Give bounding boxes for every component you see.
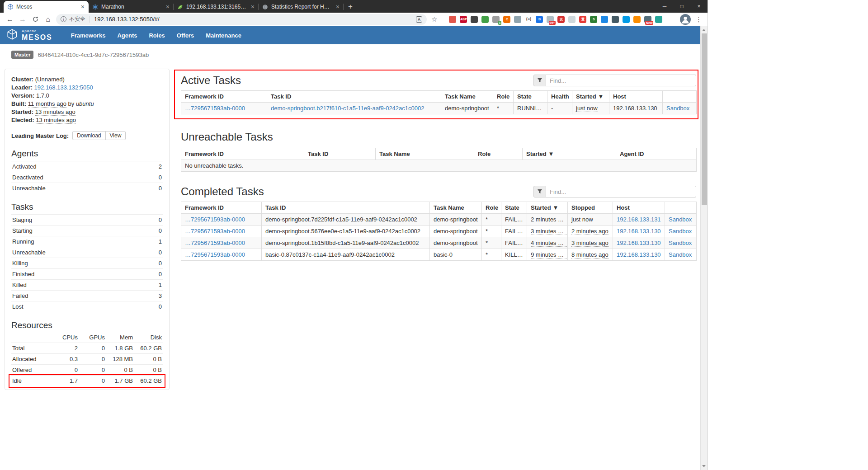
- nav-item-maintenance[interactable]: Maintenance: [206, 32, 241, 39]
- scrollbar-up-icon[interactable]: [702, 29, 706, 31]
- extension-adblock-plus-icon[interactable]: ABP: [460, 16, 467, 23]
- home-button[interactable]: ⌂: [42, 13, 54, 26]
- maximize-button[interactable]: □: [673, 0, 690, 13]
- extension-blue-b-icon[interactable]: B: [536, 16, 543, 23]
- col-role[interactable]: Role: [493, 91, 514, 103]
- framework-id-link[interactable]: …7295671593ab-0000: [185, 105, 245, 112]
- url-text[interactable]: 192.168.133.132:5050/#/: [94, 16, 416, 23]
- sandbox-link[interactable]: Sandbox: [669, 216, 692, 223]
- col-task-id[interactable]: Task ID: [267, 91, 441, 103]
- browser-menu-icon[interactable]: ⋮: [695, 15, 702, 24]
- col-framework-id[interactable]: Framework ID: [181, 91, 267, 103]
- col-health[interactable]: Health: [547, 91, 572, 103]
- extension-grease-monkey-icon[interactable]: [449, 16, 456, 23]
- col-framework-id[interactable]: Framework ID: [181, 202, 262, 214]
- stat-unreachable-tasks: Unreachable0: [11, 247, 163, 258]
- extension-paren-menu-icon[interactable]: (≡): [525, 16, 532, 23]
- col-task-id[interactable]: Task ID: [262, 202, 430, 214]
- sandbox-link[interactable]: Sandbox: [669, 228, 692, 235]
- host-link[interactable]: 192.168.133.131: [617, 216, 661, 223]
- extension-green-note-icon[interactable]: [481, 16, 489, 23]
- scrollbar-thumb[interactable]: [702, 33, 707, 205]
- reload-button[interactable]: [29, 13, 42, 26]
- extension-mail-counter-icon[interactable]: 99+: [547, 16, 554, 23]
- col-state[interactable]: State: [514, 91, 547, 103]
- nav-item-offers[interactable]: Offers: [177, 32, 194, 39]
- tab-haproxy-stats[interactable]: Statistics Report for HAProxy ×: [259, 1, 344, 13]
- log-download-button[interactable]: Download: [72, 131, 105, 140]
- extension-gray-ball-icon[interactable]: [514, 16, 521, 23]
- extension-red-blog-icon[interactable]: 置: [579, 16, 586, 23]
- leader-link[interactable]: 192.168.133.132:5050: [34, 84, 93, 91]
- extension-teal-leaf-icon[interactable]: [655, 16, 662, 23]
- nav-item-agents[interactable]: Agents: [117, 32, 137, 39]
- tab-close-icon[interactable]: ×: [335, 4, 340, 10]
- col-framework-id[interactable]: Framework ID: [181, 148, 304, 160]
- extension-dark-round-icon[interactable]: [612, 16, 619, 23]
- extension-blue-square-icon[interactable]: [601, 16, 608, 23]
- tab-close-icon[interactable]: ×: [80, 4, 85, 10]
- extension-light-doc-icon[interactable]: [568, 16, 576, 23]
- mesos-brand[interactable]: Apache MESOS: [6, 28, 52, 42]
- host-link[interactable]: 192.168.133.130: [617, 251, 661, 258]
- filter-funnel-icon[interactable]: [533, 75, 546, 86]
- col-task-id[interactable]: Task ID: [304, 148, 376, 160]
- extension-orange-wheel-icon[interactable]: [633, 16, 641, 23]
- extension-blue-chat-icon[interactable]: [623, 16, 630, 23]
- page-info-icon[interactable]: i: [61, 16, 66, 22]
- framework-id-link[interactable]: …7295671593ab-0000: [185, 228, 245, 235]
- framework-id-link[interactable]: …7295671593ab-0000: [185, 251, 245, 258]
- completed-tasks-find-input[interactable]: [546, 186, 696, 197]
- col-host[interactable]: Host: [609, 91, 663, 103]
- col-agent-id[interactable]: Agent ID: [616, 148, 697, 160]
- framework-id-link[interactable]: …7295671593ab-0000: [185, 240, 245, 246]
- close-button[interactable]: ×: [690, 0, 708, 13]
- new-tab-button[interactable]: +: [344, 1, 357, 13]
- nav-item-frameworks[interactable]: Frameworks: [71, 32, 106, 39]
- nav-item-roles[interactable]: Roles: [149, 32, 165, 39]
- tab-close-icon[interactable]: ×: [250, 4, 255, 10]
- host-link[interactable]: 192.168.133.130: [617, 228, 661, 235]
- col-task-name[interactable]: Task Name: [441, 91, 493, 103]
- host-link[interactable]: 192.168.133.130: [617, 240, 661, 246]
- profile-avatar[interactable]: [680, 14, 691, 25]
- back-button[interactable]: ←: [4, 13, 16, 26]
- extension-gray-bird-icon[interactable]: 1: [492, 16, 500, 23]
- tab-close-icon[interactable]: ×: [165, 4, 170, 10]
- framework-id-link[interactable]: …7295671593ab-0000: [185, 216, 245, 223]
- forward-button[interactable]: →: [16, 13, 29, 26]
- address-bar[interactable]: i 不安全 192.168.133.132:5050/#/ A: [56, 14, 427, 25]
- tab-hello-app[interactable]: 192.168.133.131:31657/hello ×: [174, 1, 259, 13]
- col-role[interactable]: Role: [474, 148, 523, 160]
- extension-orange-c-icon[interactable]: C: [503, 16, 510, 23]
- col-role[interactable]: Role: [482, 202, 501, 214]
- translate-icon[interactable]: A: [416, 16, 422, 23]
- bookmark-star-icon[interactable]: ☆: [431, 15, 437, 24]
- extension-red-dict-icon[interactable]: 汉: [557, 16, 565, 23]
- task-id-link[interactable]: demo-springboot.b217f610-c1a5-11e9-aaf9-…: [271, 105, 424, 112]
- sandbox-link[interactable]: Sandbox: [669, 240, 692, 246]
- col-stopped[interactable]: Stopped: [568, 202, 613, 214]
- page-scrollbar[interactable]: [700, 26, 708, 470]
- extension-dark-tool-icon[interactable]: [471, 16, 478, 23]
- scrollbar-down-icon[interactable]: [702, 465, 706, 467]
- col-state[interactable]: State: [501, 202, 527, 214]
- log-view-button[interactable]: View: [105, 131, 126, 140]
- col-started[interactable]: Started ▼: [527, 202, 568, 214]
- active-tasks-find-input[interactable]: [546, 75, 696, 86]
- minimize-button[interactable]: ─: [656, 0, 673, 13]
- sandbox-link[interactable]: Sandbox: [666, 105, 689, 112]
- tab-mesos[interactable]: Mesos ×: [4, 1, 89, 13]
- filter-funnel-icon[interactable]: [533, 186, 546, 197]
- col-host[interactable]: Host: [613, 202, 665, 214]
- tab-title: Marathon: [101, 4, 162, 10]
- sandbox-link[interactable]: Sandbox: [669, 251, 692, 258]
- extension-green-s-icon[interactable]: S: [590, 16, 597, 23]
- tab-marathon[interactable]: Marathon ×: [89, 1, 174, 13]
- col-task-name[interactable]: Task Name: [376, 148, 474, 160]
- col-started[interactable]: Started ▼: [572, 91, 609, 103]
- extension-new-tool-icon[interactable]: New: [644, 16, 651, 23]
- col-task-name[interactable]: Task Name: [430, 202, 482, 214]
- stopped-cell: just now: [571, 216, 593, 223]
- col-started[interactable]: Started ▼: [523, 148, 616, 160]
